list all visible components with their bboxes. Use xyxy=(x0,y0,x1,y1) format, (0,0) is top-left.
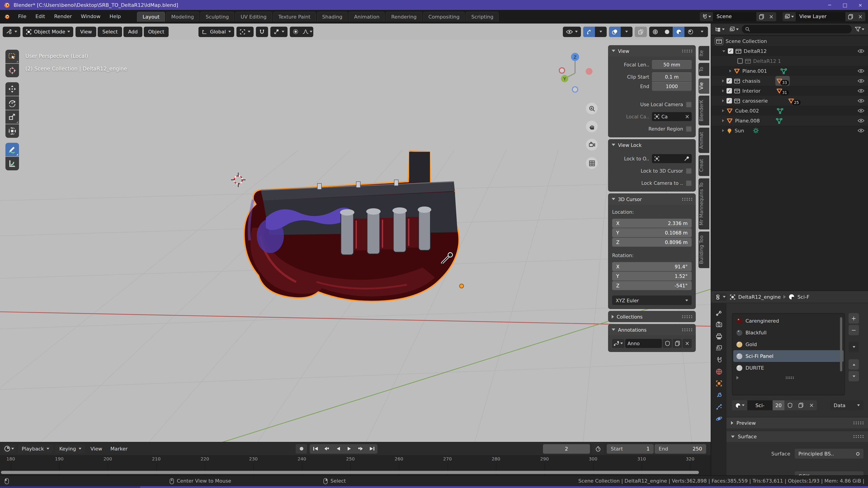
panel-grip-icon[interactable] xyxy=(682,50,692,52)
expand-icon[interactable] xyxy=(722,50,725,52)
expand-icon[interactable] xyxy=(722,129,724,132)
workspace-tab[interactable]: Scripting xyxy=(466,11,499,22)
material-slot[interactable]: DURITE xyxy=(733,362,844,374)
tab-object[interactable] xyxy=(715,380,722,387)
annotation-browse-button[interactable] xyxy=(612,339,624,348)
expand-icon[interactable] xyxy=(730,70,731,72)
panel-grip-icon[interactable] xyxy=(682,198,692,200)
editor-type-button[interactable] xyxy=(3,445,16,453)
transform-tool[interactable] xyxy=(5,124,19,138)
outliner-row-plane001[interactable]: Plane.001 xyxy=(711,66,868,76)
current-frame-field[interactable]: 2 xyxy=(543,444,590,453)
checkbox-unchecked[interactable] xyxy=(737,58,743,64)
play-button[interactable] xyxy=(344,444,355,453)
proportional-falloff-dropdown[interactable] xyxy=(301,26,313,37)
visibility-dropdown[interactable] xyxy=(563,26,581,37)
eye-icon[interactable] xyxy=(858,108,864,113)
material-slot[interactable]: Sci-Fi Panel xyxy=(733,350,844,362)
editor-type-button[interactable] xyxy=(713,25,726,33)
expand-icon[interactable] xyxy=(722,99,724,102)
shading-solid-button[interactable] xyxy=(661,26,673,37)
outliner-row-chassis[interactable]: ✓ chassis 33 xyxy=(711,76,868,86)
workspace-tab[interactable]: Texture Paint xyxy=(273,11,316,22)
breadcrumb-object-name[interactable]: DeltaR12_engine xyxy=(738,294,781,300)
workspace-tab[interactable]: Shading xyxy=(317,11,348,22)
jump-to-start-button[interactable] xyxy=(310,444,321,453)
cursor-location-field[interactable]: Y0.1068 m xyxy=(612,228,692,237)
timeline-ruler[interactable]: 1801902002102202302402502602702802903003… xyxy=(0,455,711,475)
tab-modifiers[interactable] xyxy=(715,392,722,398)
list-grip-icon[interactable] xyxy=(785,377,794,379)
outliner-row-sun[interactable]: Sun xyxy=(711,126,868,135)
workspace-tab[interactable]: Compositing xyxy=(423,11,465,22)
sidebar-tab[interactable]: To xyxy=(699,63,709,76)
material-name-field[interactable]: Sci- xyxy=(747,400,773,410)
annotations-header[interactable]: Annotations xyxy=(608,324,696,335)
view-layer-browse-button[interactable] xyxy=(782,12,796,21)
eyedropper-icon[interactable] xyxy=(684,156,689,161)
shading-rendered-button[interactable] xyxy=(684,26,696,37)
clip-start-field[interactable]: 0.1 m xyxy=(652,72,692,81)
material-users-badge[interactable]: 20 xyxy=(773,400,784,410)
clip-end-field[interactable]: 1000 xyxy=(652,82,692,91)
pan-button[interactable] xyxy=(586,121,598,132)
close-icon[interactable] xyxy=(685,114,689,119)
outliner-row-scene-collection[interactable]: Scene Collection xyxy=(711,36,868,46)
menu-item[interactable]: Edit xyxy=(31,12,50,21)
add-slot-button[interactable]: + xyxy=(848,313,859,324)
menu-item[interactable]: Render xyxy=(50,12,76,21)
duplicate-button[interactable] xyxy=(673,339,682,348)
record-button[interactable] xyxy=(296,444,307,453)
outliner-row-carosserie[interactable]: ✓ carosserie 25 xyxy=(711,96,868,106)
workspace-tab[interactable]: Animation xyxy=(349,11,385,22)
workspace-tab[interactable]: Sculpting xyxy=(200,11,235,22)
keying-menu[interactable]: Keying xyxy=(56,445,85,453)
expand-icon[interactable] xyxy=(737,376,739,380)
cursor-location-field[interactable]: Z0.8096 m xyxy=(612,238,692,247)
lock-camera-checkbox[interactable] xyxy=(686,180,692,186)
surface-shader-button[interactable]: Principled BS.. xyxy=(795,449,864,459)
outliner-row-deltar12-1[interactable]: DeltaR12 1 xyxy=(711,56,868,66)
unlink-material-button[interactable] xyxy=(806,400,817,410)
tab-view-layer[interactable] xyxy=(715,345,722,352)
delete-button[interactable] xyxy=(683,339,692,348)
scene-name[interactable]: Scene xyxy=(713,12,756,21)
tab-world[interactable] xyxy=(715,368,722,375)
panel-grip-icon[interactable] xyxy=(854,422,864,424)
overlays-toggle[interactable] xyxy=(609,26,621,37)
sidebar-tab[interactable]: Ite xyxy=(699,46,709,60)
frame-end-field[interactable]: End250 xyxy=(655,444,706,453)
use-local-camera-checkbox[interactable] xyxy=(686,101,692,107)
timeline-scrollbar[interactable] xyxy=(1,471,699,474)
annotation-name-field[interactable]: Anno xyxy=(625,339,662,348)
new-material-button[interactable] xyxy=(795,400,806,410)
cursor-rotation-field[interactable]: Z-541° xyxy=(612,281,692,290)
use-preview-range-button[interactable] xyxy=(592,444,604,453)
search-input[interactable] xyxy=(742,25,852,33)
outliner-row-plane008[interactable]: Plane.008 xyxy=(711,116,868,126)
expand-icon[interactable] xyxy=(722,90,724,92)
eye-icon[interactable] xyxy=(858,78,864,83)
material-slot[interactable]: Carenginered xyxy=(733,315,844,327)
frame-start-field[interactable]: Start1 xyxy=(607,444,654,453)
tab-render[interactable] xyxy=(715,321,722,328)
cursor-rotation-field[interactable]: X91.4° xyxy=(612,262,692,271)
cursor-3d-header[interactable]: 3D Cursor xyxy=(608,193,696,205)
fake-user-shield-button[interactable] xyxy=(784,400,795,410)
eye-icon[interactable] xyxy=(858,89,864,93)
outliner-row-interior[interactable]: ✓ Interior 31 xyxy=(711,86,868,96)
material-browse-button[interactable] xyxy=(732,400,747,410)
remove-slot-button[interactable]: − xyxy=(848,325,859,335)
tab-output[interactable] xyxy=(715,333,722,340)
collections-header[interactable]: Collections xyxy=(608,311,696,322)
panel-grip-icon[interactable] xyxy=(682,328,692,331)
sidebar-tab[interactable]: Mr Mannequins To xyxy=(699,178,709,229)
cursor-location-field[interactable]: X2.336 m xyxy=(612,219,692,228)
annotate-tool[interactable] xyxy=(5,143,19,156)
expand-icon[interactable] xyxy=(722,109,724,112)
checkbox-checked[interactable]: ✓ xyxy=(728,48,733,54)
sidebar-tab[interactable]: BlenderK xyxy=(699,96,709,125)
viewport-menu[interactable]: View xyxy=(76,26,96,37)
orientation-dropdown[interactable]: Global xyxy=(199,26,234,37)
previous-keyframe-button[interactable] xyxy=(321,444,332,453)
